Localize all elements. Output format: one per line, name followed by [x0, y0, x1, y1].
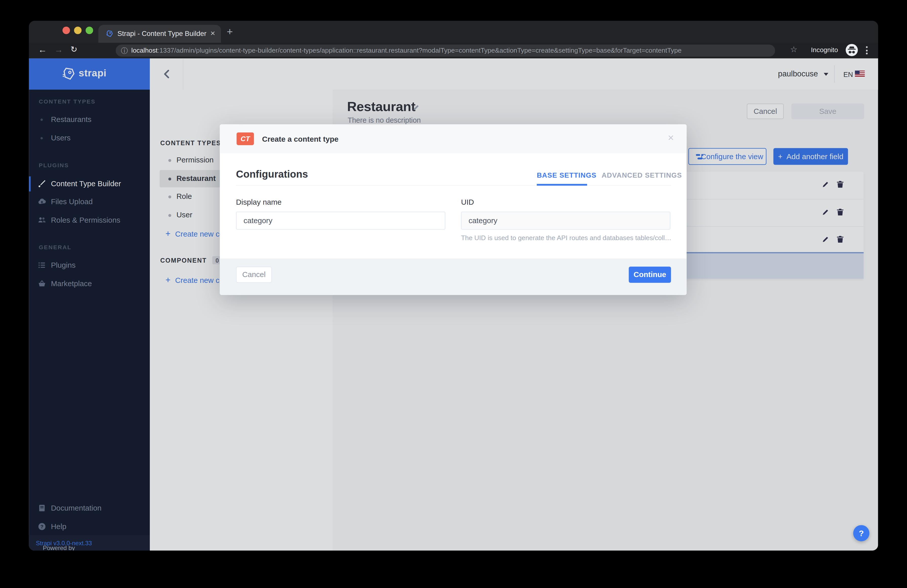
modal-section-title: Configurations	[236, 168, 308, 180]
uid-label: UID	[461, 198, 474, 207]
modal-header: CT Create a content type ×	[220, 124, 687, 153]
browser-tabstrip: Strapi - Content Type Builder × +	[29, 21, 878, 43]
browser-menu-icon[interactable]	[866, 46, 868, 54]
new-tab-button[interactable]: +	[227, 26, 233, 38]
close-icon[interactable]: ×	[668, 132, 674, 144]
tab-advanced-settings[interactable]: ADVANCED SETTINGS	[601, 171, 682, 179]
traffic-close-button[interactable]	[62, 27, 70, 34]
content-type-badge: CT	[237, 132, 254, 145]
url-path: :1337/admin/plugins/content-type-builder…	[158, 47, 682, 54]
browser-tab-strapi[interactable]: Strapi - Content Type Builder ×	[98, 25, 221, 43]
display-name-input[interactable]	[236, 212, 445, 230]
browser-window: Strapi - Content Type Builder × + ← → ↻ …	[29, 21, 878, 551]
strapi-admin-app: strapi CONTENT TYPES Restaurants Users P…	[29, 58, 878, 551]
url-host: localhost	[131, 47, 158, 54]
tab-title: Strapi - Content Type Builder	[117, 30, 207, 38]
reload-icon[interactable]: ↻	[71, 45, 77, 54]
active-tab-underline	[537, 184, 587, 186]
browser-toolbar: ← → ↻ ⓘ localhost:1337/admin/plugins/con…	[29, 43, 878, 58]
bookmark-star-icon[interactable]: ☆	[790, 45, 797, 54]
tab-base-settings[interactable]: BASE SETTINGS	[537, 171, 596, 179]
incognito-badge-icon	[846, 44, 858, 56]
traffic-maximize-button[interactable]	[85, 27, 93, 34]
uid-hint-text: The UID is used to generate the API rout…	[461, 234, 673, 241]
url-bar[interactable]: ⓘ localhost:1337/admin/plugins/content-t…	[115, 45, 775, 57]
modal-continue-button[interactable]: Continue	[629, 267, 671, 283]
tab-close-icon[interactable]: ×	[210, 28, 215, 38]
modal-footer	[220, 259, 687, 295]
create-content-type-modal: CT Create a content type × Configuration…	[220, 124, 687, 295]
modal-cancel-button[interactable]: Cancel	[236, 267, 272, 283]
url-text: localhost:1337/admin/plugins/content-typ…	[131, 47, 768, 54]
uid-input[interactable]	[461, 212, 670, 230]
divider	[236, 185, 671, 186]
back-icon[interactable]: ←	[38, 45, 47, 54]
forward-icon[interactable]: →	[54, 45, 63, 54]
display-name-label: Display name	[236, 198, 282, 207]
site-info-icon[interactable]: ⓘ	[121, 46, 128, 56]
traffic-minimize-button[interactable]	[74, 27, 82, 34]
incognito-label: Incognito	[811, 46, 838, 53]
help-fab-button[interactable]: ?	[853, 525, 869, 541]
modal-title: Create a content type	[262, 135, 338, 143]
screenshot-stage: Strapi - Content Type Builder × + ← → ↻ …	[0, 0, 907, 588]
strapi-favicon	[105, 30, 114, 38]
